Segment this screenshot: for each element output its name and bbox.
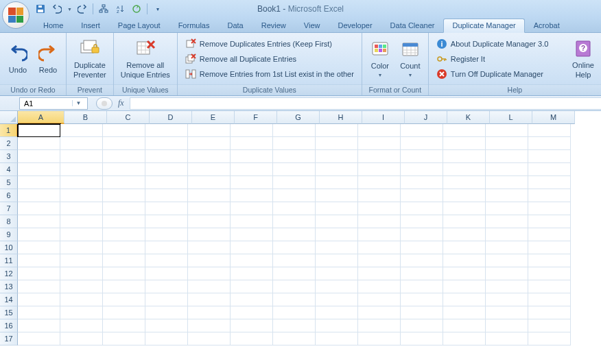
cell[interactable] [188, 319, 231, 332]
cell[interactable] [273, 202, 316, 215]
cell[interactable] [486, 228, 528, 241]
cell[interactable] [103, 267, 145, 280]
cell[interactable] [18, 215, 60, 228]
tab-data[interactable]: Data [218, 19, 252, 32]
cell[interactable] [528, 150, 571, 163]
cell[interactable] [60, 280, 103, 293]
cell[interactable] [145, 319, 188, 332]
cell[interactable] [528, 241, 571, 254]
cell[interactable] [188, 202, 231, 215]
cell[interactable] [103, 215, 145, 228]
cell[interactable] [443, 306, 486, 319]
redo-button[interactable]: Redo [33, 34, 63, 83]
column-header[interactable]: M [532, 111, 575, 124]
cell[interactable] [60, 319, 103, 332]
cell[interactable] [528, 228, 571, 241]
cell[interactable] [103, 241, 145, 254]
cell[interactable] [18, 306, 60, 319]
row-header[interactable]: 6 [0, 189, 18, 202]
about-button[interactable]: i About Duplicate Manager 3.0 [434, 38, 550, 50]
cell[interactable] [316, 163, 358, 176]
row-header[interactable]: 3 [0, 150, 18, 163]
cell[interactable] [18, 202, 60, 215]
cell[interactable] [528, 215, 571, 228]
cell[interactable] [528, 332, 571, 345]
cell[interactable] [358, 254, 401, 267]
cell[interactable] [528, 293, 571, 306]
cell[interactable] [103, 124, 145, 137]
cell[interactable] [273, 228, 316, 241]
cell[interactable] [358, 241, 401, 254]
cell[interactable] [18, 137, 60, 150]
cell[interactable] [486, 280, 528, 293]
cell[interactable] [486, 176, 528, 189]
cell[interactable] [316, 189, 358, 202]
sort-icon[interactable]: AZ [114, 3, 126, 15]
hierarchy-icon[interactable] [97, 3, 110, 15]
cell[interactable] [273, 293, 316, 306]
cell[interactable] [358, 176, 401, 189]
row-header[interactable]: 12 [0, 267, 18, 280]
cell[interactable] [316, 137, 358, 150]
column-header[interactable]: D [150, 111, 192, 124]
cell[interactable] [18, 254, 60, 267]
cell[interactable] [486, 332, 528, 345]
cell[interactable] [486, 150, 528, 163]
row-header[interactable]: 15 [0, 306, 18, 319]
cell[interactable] [443, 176, 486, 189]
tab-formulas[interactable]: Formulas [169, 19, 219, 32]
cell[interactable] [273, 254, 316, 267]
tab-home[interactable]: Home [34, 19, 72, 32]
cell[interactable] [358, 293, 401, 306]
cell[interactable] [60, 254, 103, 267]
cell[interactable] [103, 189, 145, 202]
cell[interactable] [316, 280, 358, 293]
cell[interactable] [358, 215, 401, 228]
tab-insert[interactable]: Insert [72, 19, 109, 32]
cell[interactable] [401, 189, 443, 202]
row-header[interactable]: 5 [0, 176, 18, 189]
cell[interactable] [443, 215, 486, 228]
cell[interactable] [145, 150, 188, 163]
cell[interactable] [486, 319, 528, 332]
cell[interactable] [401, 163, 443, 176]
cell[interactable] [188, 306, 231, 319]
cell[interactable] [145, 137, 188, 150]
cell[interactable] [60, 241, 103, 254]
cell[interactable] [145, 124, 188, 137]
cell[interactable] [145, 293, 188, 306]
cell[interactable] [188, 176, 231, 189]
cell[interactable] [443, 163, 486, 176]
cell[interactable] [316, 202, 358, 215]
cell[interactable] [188, 332, 231, 345]
cell[interactable] [18, 150, 60, 163]
cell[interactable] [273, 189, 316, 202]
cell[interactable] [358, 267, 401, 280]
cell[interactable] [60, 202, 103, 215]
cell[interactable] [103, 332, 145, 345]
online-help-button[interactable]: ? Online Help [568, 34, 598, 83]
cell[interactable] [401, 319, 443, 332]
cell[interactable] [18, 176, 60, 189]
cell[interactable] [273, 280, 316, 293]
cell[interactable] [528, 189, 571, 202]
cell[interactable] [358, 124, 401, 137]
cell[interactable] [316, 241, 358, 254]
cell[interactable] [103, 163, 145, 176]
cell[interactable] [401, 267, 443, 280]
cell[interactable] [231, 215, 273, 228]
cell[interactable] [188, 280, 231, 293]
cell[interactable] [401, 293, 443, 306]
cell[interactable] [486, 189, 528, 202]
undo-button[interactable]: Undo [3, 34, 33, 83]
row-header[interactable]: 9 [0, 228, 18, 241]
fx-label[interactable]: fx [118, 98, 124, 108]
cell[interactable] [528, 163, 571, 176]
cell[interactable] [316, 228, 358, 241]
cell[interactable] [528, 267, 571, 280]
cell[interactable] [18, 163, 60, 176]
cell[interactable] [528, 306, 571, 319]
cell[interactable] [188, 293, 231, 306]
cell[interactable] [188, 241, 231, 254]
cell[interactable] [443, 267, 486, 280]
